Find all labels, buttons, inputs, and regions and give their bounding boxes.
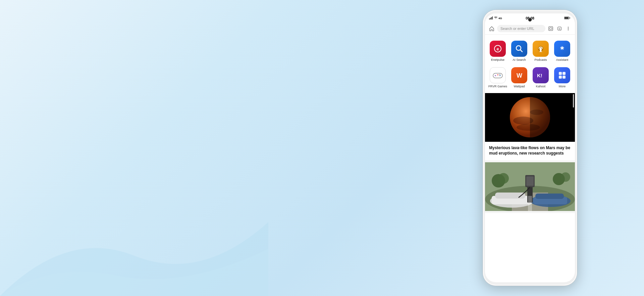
- wattpad-label: Wattpad: [514, 85, 525, 88]
- svg-point-11: [568, 27, 569, 28]
- more-icon: [554, 67, 570, 83]
- menu-button[interactable]: [565, 25, 572, 32]
- svg-point-12: [568, 28, 569, 29]
- signal-icon: [489, 16, 493, 20]
- enetpulse-icon: e: [490, 41, 506, 57]
- background-decoration: [0, 162, 268, 296]
- svg-rect-6: [570, 17, 570, 18]
- camera-notch: [528, 18, 532, 22]
- kahoot-icon: K!: [533, 67, 549, 83]
- svg-point-59: [561, 172, 570, 182]
- phone-frame: 4G 08:08: [483, 10, 577, 286]
- app-frvr[interactable]: FRVR Games: [487, 65, 508, 91]
- svg-point-31: [499, 74, 500, 75]
- wattpad-icon: W: [511, 67, 527, 83]
- app-assistant[interactable]: Assistant: [551, 38, 573, 65]
- phone-screen: 4G 08:08: [485, 13, 575, 282]
- enetpulse-label: Enetpulse: [491, 58, 504, 62]
- svg-line-17: [520, 50, 522, 52]
- news-feed: Mysterious lava-like flows on Mars may b…: [485, 93, 575, 213]
- podcasts-label: Podcasts: [534, 58, 547, 62]
- wifi-icon: [494, 16, 497, 20]
- mars-image: [485, 93, 575, 142]
- svg-rect-27: [497, 74, 498, 76]
- browser-actions: 1: [547, 25, 572, 32]
- svg-rect-35: [562, 72, 566, 75]
- status-right-icons: [564, 16, 570, 20]
- screenshot-button[interactable]: [547, 25, 554, 32]
- svg-rect-8: [550, 28, 552, 30]
- app-kahoot[interactable]: K! Kahoot: [530, 65, 551, 91]
- app-grid: e Enetpulse AI Search: [485, 35, 575, 93]
- aisearch-icon: [511, 41, 527, 57]
- aisearch-label: AI Search: [513, 58, 526, 62]
- app-podcasts[interactable]: Podcasts: [530, 38, 551, 65]
- phone-mockup: 4G 08:08: [483, 10, 577, 286]
- svg-rect-2: [491, 17, 492, 19]
- svg-point-57: [498, 173, 509, 184]
- svg-text:e: e: [496, 46, 499, 51]
- svg-rect-7: [549, 27, 553, 31]
- app-aisearch[interactable]: AI Search: [508, 38, 530, 65]
- ev-image: [485, 162, 575, 211]
- browser-bar: Search or enter URL 1: [485, 23, 575, 35]
- svg-point-24: [495, 75, 496, 76]
- svg-text:W: W: [517, 72, 522, 79]
- svg-rect-55: [526, 176, 534, 186]
- svg-point-13: [568, 30, 569, 30]
- assistant-icon: [554, 41, 570, 57]
- svg-rect-60: [528, 196, 532, 211]
- svg-rect-36: [559, 76, 562, 79]
- svg-text:K!: K!: [537, 73, 542, 78]
- status-left-icons: 4G: [489, 16, 502, 20]
- svg-rect-0: [489, 18, 490, 19]
- news-card-mars[interactable]: Mysterious lava-like flows on Mars may b…: [485, 93, 575, 163]
- svg-rect-5: [565, 17, 569, 19]
- url-bar[interactable]: Search or enter URL: [497, 25, 545, 32]
- app-more[interactable]: More: [551, 65, 573, 91]
- data-icon: 4G: [498, 17, 502, 20]
- news-card-ev[interactable]: [485, 162, 575, 213]
- mars-article-title: Mysterious lava-like flows on Mars may b…: [485, 142, 575, 161]
- url-bar-text: Search or enter URL: [500, 27, 534, 31]
- frvr-label: FRVR Games: [488, 85, 507, 88]
- frvr-icon: [490, 67, 506, 83]
- svg-point-28: [499, 75, 499, 75]
- svg-point-19: [540, 48, 542, 51]
- assistant-label: Assistant: [556, 58, 569, 62]
- battery-icon: [564, 16, 570, 20]
- more-label: More: [559, 85, 566, 88]
- kahoot-label: Kahoot: [536, 85, 546, 88]
- app-enetpulse[interactable]: e Enetpulse: [487, 38, 508, 65]
- svg-rect-20: [540, 51, 541, 51]
- svg-rect-52: [535, 194, 564, 199]
- svg-point-30: [500, 75, 501, 75]
- tabs-button[interactable]: 1: [556, 25, 563, 32]
- svg-rect-34: [559, 72, 562, 75]
- svg-rect-21: [539, 51, 542, 52]
- scroll-indicator: [573, 94, 574, 108]
- svg-point-29: [499, 75, 500, 76]
- svg-rect-1: [490, 18, 491, 19]
- podcasts-icon: [533, 41, 549, 57]
- svg-text:1: 1: [559, 28, 560, 30]
- app-wattpad[interactable]: W Wattpad: [508, 65, 530, 91]
- svg-rect-37: [562, 76, 566, 79]
- home-button[interactable]: [488, 25, 495, 32]
- svg-rect-23: [493, 73, 502, 78]
- svg-rect-3: [492, 16, 493, 19]
